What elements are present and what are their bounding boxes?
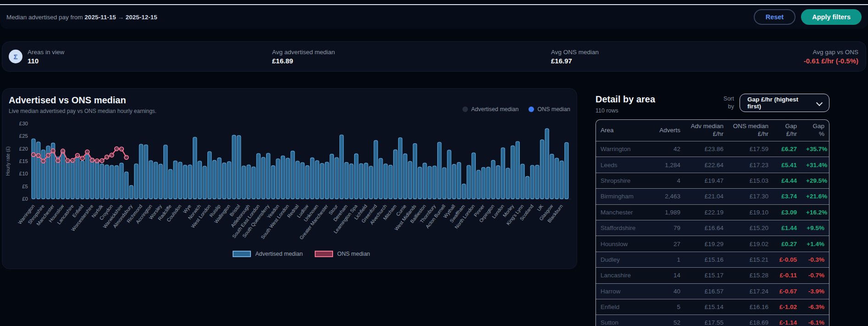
- ons-point[interactable]: [46, 153, 50, 157]
- bar[interactable]: [178, 162, 182, 199]
- bar[interactable]: [526, 176, 529, 199]
- bar[interactable]: [530, 165, 534, 199]
- bar[interactable]: [555, 158, 559, 199]
- legend-advertised-median[interactable]: Advertised median: [233, 251, 303, 257]
- bar[interactable]: [565, 142, 568, 199]
- bar[interactable]: [457, 163, 461, 199]
- ons-point[interactable]: [124, 155, 128, 159]
- ons-point[interactable]: [95, 159, 99, 163]
- table-row[interactable]: Sutton52£17.55£18.69£-1.14-6.1%: [596, 315, 829, 326]
- bar[interactable]: [389, 165, 392, 199]
- bar[interactable]: [262, 157, 265, 199]
- bar[interactable]: [105, 165, 109, 199]
- bar[interactable]: [291, 151, 295, 199]
- toggle-ons-median[interactable]: ONS median: [529, 106, 570, 112]
- bar[interactable]: [164, 145, 167, 199]
- ons-point[interactable]: [90, 158, 95, 162]
- bar[interactable]: [237, 135, 241, 199]
- bar[interactable]: [330, 154, 334, 199]
- bar[interactable]: [306, 166, 309, 199]
- ons-point[interactable]: [76, 153, 80, 157]
- bar[interactable]: [438, 142, 441, 199]
- bar[interactable]: [359, 163, 363, 199]
- table-row[interactable]: Dudley1£15.16£15.21£-0.05-0.3%: [596, 252, 829, 267]
- bar[interactable]: [511, 146, 515, 199]
- bar[interactable]: [281, 156, 285, 199]
- bar[interactable]: [115, 166, 118, 199]
- apply-filters-button[interactable]: Apply filters: [801, 9, 862, 25]
- bar[interactable]: [379, 158, 383, 199]
- table-row[interactable]: Manchester1,989£22.19£19.10£3.09+16.2%: [596, 204, 829, 220]
- bar[interactable]: [496, 166, 500, 199]
- ons-point[interactable]: [51, 149, 55, 153]
- bar[interactable]: [467, 165, 471, 199]
- ons-point[interactable]: [115, 147, 119, 151]
- bar[interactable]: [66, 161, 70, 199]
- bar[interactable]: [232, 135, 236, 199]
- bar[interactable]: [423, 163, 427, 199]
- bar[interactable]: [242, 166, 245, 199]
- bar[interactable]: [276, 159, 280, 199]
- bar[interactable]: [134, 164, 138, 199]
- bar[interactable]: [374, 141, 378, 199]
- bar[interactable]: [369, 166, 373, 199]
- bar[interactable]: [144, 145, 148, 199]
- bar[interactable]: [203, 166, 206, 199]
- bar[interactable]: [482, 168, 485, 199]
- table-row[interactable]: Staffordshire79£16.64£15.20£1.44+9.5%: [596, 220, 829, 236]
- ons-point[interactable]: [41, 159, 45, 163]
- bar[interactable]: [335, 157, 339, 199]
- bar[interactable]: [81, 161, 84, 199]
- bar[interactable]: [95, 161, 99, 199]
- bar[interactable]: [355, 154, 358, 199]
- table-row[interactable]: Birmingham2,463£21.04£17.30£3.74+21.6%: [596, 188, 829, 204]
- bar[interactable]: [300, 163, 304, 199]
- ons-point[interactable]: [100, 159, 104, 163]
- bar[interactable]: [198, 161, 201, 199]
- bar[interactable]: [125, 172, 128, 199]
- bar[interactable]: [550, 154, 554, 199]
- bar[interactable]: [545, 129, 549, 199]
- toggle-advertised-median[interactable]: Advertised median: [462, 106, 519, 112]
- bar[interactable]: [252, 167, 256, 199]
- bar[interactable]: [223, 163, 226, 199]
- bar[interactable]: [100, 164, 104, 199]
- bar[interactable]: [154, 162, 158, 199]
- bar[interactable]: [188, 165, 192, 199]
- bar[interactable]: [217, 158, 221, 199]
- bar[interactable]: [71, 161, 74, 199]
- ons-point[interactable]: [120, 147, 124, 151]
- bar[interactable]: [394, 150, 397, 199]
- bar[interactable]: [486, 167, 490, 199]
- table-row[interactable]: Enfield5£15.14£16.16£-1.02-6.3%: [596, 299, 829, 315]
- bar[interactable]: [477, 170, 480, 199]
- bar[interactable]: [433, 166, 436, 199]
- bar[interactable]: [315, 161, 319, 199]
- bar[interactable]: [173, 161, 177, 199]
- ons-point[interactable]: [85, 150, 89, 154]
- bar[interactable]: [408, 161, 412, 199]
- sort-select[interactable]: Gap £/hr (highest first): [740, 94, 829, 112]
- table-row[interactable]: Harrow40£16.57£17.24£-0.67-3.9%: [596, 283, 829, 299]
- bar[interactable]: [212, 160, 216, 199]
- bar[interactable]: [110, 165, 114, 199]
- bar[interactable]: [413, 144, 417, 199]
- ons-point[interactable]: [71, 158, 75, 163]
- bar[interactable]: [540, 140, 544, 199]
- bar[interactable]: [85, 155, 89, 199]
- bar[interactable]: [129, 185, 133, 199]
- ons-point[interactable]: [105, 155, 109, 159]
- bar[interactable]: [168, 169, 172, 199]
- bar[interactable]: [521, 164, 524, 199]
- bar[interactable]: [462, 184, 466, 199]
- bar[interactable]: [325, 162, 329, 199]
- bar[interactable]: [364, 163, 368, 199]
- bar[interactable]: [37, 142, 40, 199]
- reset-button[interactable]: Reset: [754, 9, 796, 25]
- bar[interactable]: [227, 162, 231, 199]
- bar[interactable]: [61, 150, 65, 199]
- bar[interactable]: [247, 165, 250, 199]
- bar[interactable]: [159, 164, 162, 199]
- ons-point[interactable]: [36, 153, 40, 157]
- bar[interactable]: [32, 139, 35, 199]
